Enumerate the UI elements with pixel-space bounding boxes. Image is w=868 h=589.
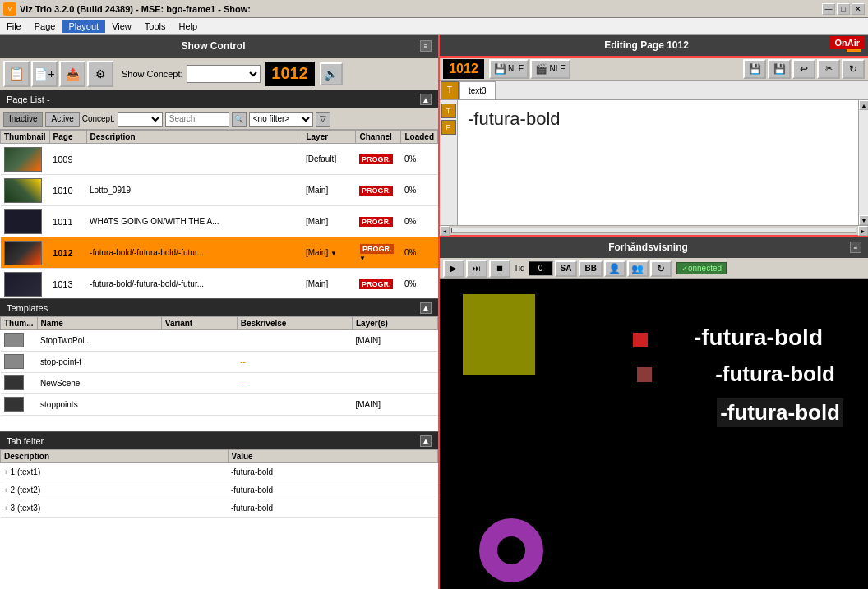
- concept-select[interactable]: [118, 112, 163, 127]
- filter-dropdown[interactable]: <no filter>: [249, 112, 313, 127]
- tab-filter-collapse[interactable]: ▲: [420, 435, 432, 447]
- show-concept-select[interactable]: [187, 65, 261, 83]
- page-number-cell: 1009: [49, 144, 86, 175]
- menu-help[interactable]: Help: [172, 20, 204, 33]
- minimize-button[interactable]: —: [822, 3, 835, 15]
- tab-filter-title: Tab felter: [7, 436, 420, 446]
- list-item[interactable]: NewScene --: [1, 373, 438, 394]
- table-row[interactable]: 1013 -futura-bold/-futura-bold/-futur...…: [1, 269, 438, 299]
- page-layer-cell: [Main]: [302, 269, 356, 299]
- play-button[interactable]: ▶: [443, 260, 464, 278]
- maximize-button[interactable]: □: [837, 3, 850, 15]
- tmpl-col-variant: Variant: [161, 317, 237, 330]
- page-layer-cell: [Default]: [302, 144, 356, 175]
- save-nle-button1[interactable]: 💾 NLE: [489, 59, 529, 79]
- vscroll-up[interactable]: ▲: [859, 100, 868, 110]
- thumb-1013: [4, 272, 42, 297]
- tmpl-col-layers: Layer(s): [353, 317, 438, 330]
- table-row[interactable]: 1009 [Default] PROGR. 0%: [1, 144, 438, 175]
- menu-tools[interactable]: Tools: [138, 20, 173, 33]
- skip-fwd-button[interactable]: ⏭: [466, 260, 487, 278]
- hscroll-left[interactable]: ◄: [440, 226, 450, 236]
- expand-icon[interactable]: +: [4, 504, 8, 513]
- filter-active-button[interactable]: Active: [45, 112, 79, 127]
- table-row[interactable]: 1010 Lotto_0919 [Main] PROGR. 0%: [1, 175, 438, 206]
- expand-icon[interactable]: +: [4, 468, 8, 476]
- sa-button[interactable]: SA: [555, 260, 578, 277]
- templates-title: Templates: [7, 303, 420, 313]
- list-item[interactable]: + 1 (text1) -futura-bold: [1, 463, 438, 481]
- page-list-collapse[interactable]: ▲: [420, 94, 432, 105]
- editing-title: Editing Page 1012: [446, 39, 847, 51]
- save-button2[interactable]: 💾: [768, 59, 791, 79]
- col-loaded: Loaded: [401, 131, 438, 144]
- page-number-cell: 1013: [49, 269, 86, 299]
- page-number-cell: 1011: [49, 206, 86, 237]
- filter-funnel-button[interactable]: ▽: [316, 112, 330, 127]
- speaker-button[interactable]: 🔊: [320, 62, 343, 85]
- filter-inactive-button[interactable]: Inactive: [3, 112, 43, 127]
- expand-icon[interactable]: +: [4, 486, 8, 495]
- hscroll-right[interactable]: ►: [858, 226, 868, 236]
- layer-dropdown-arrow[interactable]: ▼: [330, 250, 337, 257]
- text-tool-icon2[interactable]: P: [441, 120, 456, 135]
- list-item[interactable]: + 2 (text2) -futura-bold: [1, 481, 438, 499]
- settings-button[interactable]: ⚙: [87, 61, 113, 87]
- close-button[interactable]: ✕: [852, 3, 865, 15]
- template-thumb: [4, 375, 24, 390]
- page-description-cell: WHATS GOING ON/WITH THE A...: [86, 206, 302, 237]
- list-item[interactable]: stop-point-t --: [1, 352, 438, 373]
- tid-label: Tid: [514, 264, 525, 273]
- undo-button[interactable]: ↩: [792, 59, 815, 79]
- text-tab-active[interactable]: text3: [459, 81, 496, 99]
- preview-title: Forhåndsvisning: [446, 242, 850, 253]
- new-show-button[interactable]: 📋: [3, 61, 30, 87]
- preview-menu-icon[interactable]: ≡: [850, 242, 861, 253]
- text-tool-icon1[interactable]: T: [441, 104, 456, 118]
- page-layer-cell: [Main]: [302, 206, 356, 237]
- bb-button[interactable]: BB: [579, 260, 602, 277]
- loaded-cell: 0%: [401, 237, 438, 269]
- open-button[interactable]: 📤: [59, 61, 85, 87]
- refresh-button[interactable]: ↻: [842, 59, 865, 79]
- menu-playout[interactable]: Playout: [62, 20, 105, 33]
- tid-input[interactable]: [529, 261, 553, 276]
- menu-page[interactable]: Page: [28, 20, 62, 33]
- new-page-button[interactable]: 📄+: [31, 61, 58, 87]
- person-button1[interactable]: 👤: [604, 260, 626, 277]
- tmpl-layers: [353, 352, 438, 373]
- tf-desc: 2 (text2): [11, 485, 41, 495]
- tmpl-col-beskrivelse: Beskrivelse: [237, 317, 352, 330]
- page-number-display: 1012: [265, 62, 315, 86]
- vscroll-down[interactable]: ▼: [859, 215, 868, 225]
- list-item[interactable]: + 3 (text3) -futura-bold: [1, 499, 438, 518]
- list-item[interactable]: stoppoints [MAIN]: [1, 394, 438, 416]
- tmpl-beskrivelse: --: [237, 373, 352, 394]
- cut-button[interactable]: ✂: [817, 59, 840, 79]
- save-button1[interactable]: 💾: [743, 59, 766, 79]
- list-item[interactable]: StopTwoPoi... [MAIN]: [1, 330, 438, 352]
- show-control-menu-icon[interactable]: ≡: [420, 40, 432, 52]
- templates-collapse[interactable]: ▲: [420, 302, 432, 314]
- search-input[interactable]: [165, 112, 229, 127]
- menu-file[interactable]: File: [0, 20, 28, 33]
- thumb-1010: [4, 178, 42, 203]
- connected-badge: ✓onnected: [676, 262, 727, 274]
- table-row[interactable]: 1011 WHATS GOING ON/WITH THE A... [Main]…: [1, 206, 438, 237]
- col-description: Description: [86, 131, 302, 144]
- menu-view[interactable]: View: [105, 20, 138, 33]
- preview-text1: -futura-bold: [694, 324, 823, 351]
- stop-button[interactable]: ⏹: [489, 260, 510, 278]
- nle-button2[interactable]: 🎬 NLE: [530, 59, 570, 79]
- text-editor-content[interactable]: -futura-bold: [458, 100, 858, 225]
- save-icon: 💾: [494, 63, 506, 75]
- search-button[interactable]: 🔍: [232, 112, 247, 127]
- preview-text3: -futura-bold: [717, 398, 843, 427]
- tf-desc: 3 (text3): [11, 504, 41, 513]
- table-row-selected[interactable]: 1012 -futura-bold/-futura-bold/-futur...…: [1, 237, 438, 269]
- page-description-cell: -futura-bold/-futura-bold/-futur...: [86, 269, 302, 299]
- tmpl-beskrivelse: [237, 330, 352, 352]
- person-button2[interactable]: 👥: [627, 260, 649, 277]
- thumb-1011: [4, 209, 42, 234]
- refresh-preview-button[interactable]: ↻: [650, 260, 672, 277]
